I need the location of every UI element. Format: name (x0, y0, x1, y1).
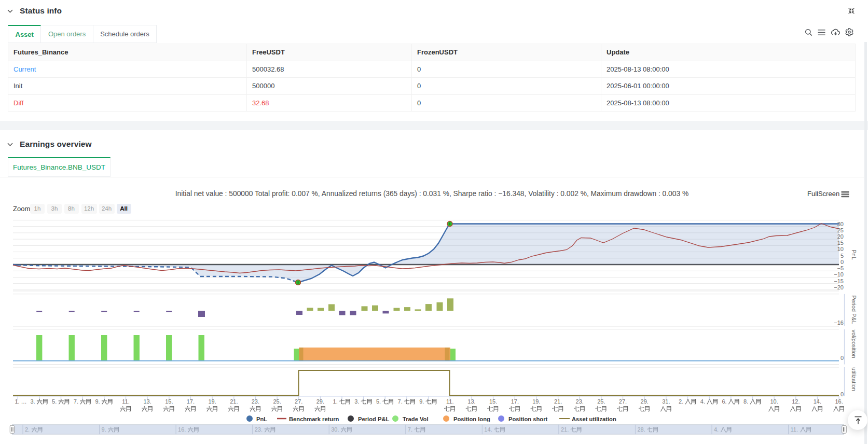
svg-text:7.: 7. (408, 426, 412, 433)
svg-text:vol/position: vol/position (851, 329, 857, 358)
svg-text:12.: 12. (792, 398, 800, 405)
svg-text:4.: 4. (700, 398, 705, 405)
svg-text:1. …: 1. … (15, 398, 26, 405)
svg-text:25: 25 (837, 227, 844, 233)
svg-text:21.: 21. (230, 398, 238, 405)
svg-text:21.: 21. (561, 426, 569, 433)
svg-text:13.: 13. (467, 398, 475, 405)
svg-text:9.: 9. (419, 398, 424, 405)
svg-text:−16: −16 (834, 320, 844, 326)
svg-text:−5: −5 (837, 265, 844, 271)
svg-text:19.: 19. (208, 398, 216, 405)
svg-text:−10: −10 (834, 271, 844, 278)
svg-text:25.: 25. (273, 398, 281, 405)
svg-text:Period P&L: Period P&L (851, 295, 857, 324)
svg-text:3.: 3. (31, 398, 35, 405)
svg-text:28.: 28. (637, 426, 645, 433)
svg-text:15.: 15. (489, 398, 497, 405)
svg-text:Period P&L: Period P&L (358, 416, 389, 422)
svg-text:30.: 30. (331, 426, 339, 433)
svg-text:Benchmark return: Benchmark return (289, 416, 339, 422)
svg-text:17.: 17. (187, 398, 195, 405)
svg-text:16.: 16. (835, 398, 843, 405)
svg-text:29.: 29. (641, 398, 649, 405)
svg-text:27.: 27. (619, 398, 627, 405)
svg-text:17.: 17. (511, 398, 519, 405)
svg-text:3.: 3. (354, 398, 359, 405)
svg-text:6.: 6. (722, 398, 726, 405)
svg-text:13.: 13. (143, 398, 151, 405)
svg-text:5: 5 (841, 253, 844, 259)
svg-text:31.: 31. (662, 398, 670, 405)
svg-text:23.: 23. (576, 398, 584, 405)
svg-text:23.: 23. (252, 398, 259, 405)
svg-text:Position short: Position short (508, 416, 547, 422)
svg-text:0: 0 (841, 355, 844, 361)
svg-text:2.: 2. (679, 398, 683, 405)
svg-text:0: 0 (841, 259, 844, 265)
svg-text:19.: 19. (532, 398, 540, 405)
svg-text:4.: 4. (714, 426, 719, 433)
svg-text:9.: 9. (95, 398, 100, 405)
svg-text:10: 10 (837, 246, 844, 252)
svg-text:utilization: utilization (851, 367, 857, 391)
svg-text:PnL: PnL (256, 416, 267, 422)
svg-text:11.: 11. (122, 398, 129, 405)
svg-text:11.: 11. (446, 398, 453, 405)
svg-text:−15: −15 (834, 278, 844, 284)
svg-text:10.: 10. (770, 398, 778, 405)
svg-text:30: 30 (837, 221, 844, 227)
svg-text:8.: 8. (743, 398, 748, 405)
svg-text:−20: −20 (834, 284, 844, 290)
svg-text:5.: 5. (52, 398, 57, 405)
svg-text:Position long: Position long (453, 416, 490, 422)
svg-text:29.: 29. (316, 398, 324, 405)
svg-text:14.: 14. (814, 398, 821, 405)
svg-text:7.: 7. (74, 398, 78, 405)
svg-text:11.: 11. (791, 426, 798, 433)
svg-text:16.: 16. (178, 426, 186, 433)
svg-text:27.: 27. (295, 398, 302, 405)
svg-text:9.: 9. (102, 426, 106, 433)
svg-text:25.: 25. (597, 398, 605, 405)
svg-text:15: 15 (837, 240, 844, 246)
svg-text:21.: 21. (554, 398, 562, 405)
svg-text:23.: 23. (255, 426, 263, 433)
svg-text:7.: 7. (398, 398, 403, 405)
svg-text:Asset utilization: Asset utilization (572, 416, 616, 422)
svg-text:20: 20 (837, 233, 844, 240)
svg-text:2.: 2. (25, 426, 30, 433)
svg-text:0: 0 (841, 391, 844, 397)
svg-text:14.: 14. (484, 426, 492, 433)
svg-text:Trade Vol: Trade Vol (403, 416, 429, 422)
svg-text:PnL: PnL (851, 249, 857, 260)
svg-text:1.: 1. (333, 398, 338, 405)
svg-text:15.: 15. (165, 398, 173, 405)
svg-text:5.: 5. (376, 398, 381, 405)
